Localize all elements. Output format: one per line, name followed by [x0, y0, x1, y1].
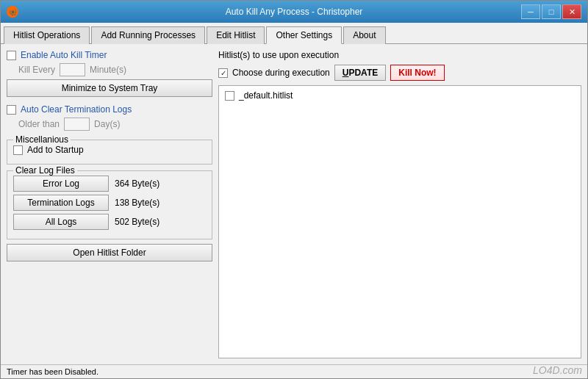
close-window-button[interactable]: ✕	[562, 4, 581, 19]
title-bar-controls: ─ □ ✕	[521, 4, 581, 19]
older-than-suffix: Day(s)	[94, 119, 120, 129]
minimize-btn-row: Minimize to System Tray	[7, 79, 212, 97]
update-button[interactable]: UPDATE	[334, 65, 386, 81]
all-logs-row: All Logs 502 Byte(s)	[13, 214, 206, 230]
window-title: Auto Kill Any Process - Christopher	[226, 7, 363, 17]
error-log-row: Error Log 364 Byte(s)	[13, 176, 206, 192]
enable-timer-checkbox[interactable]	[7, 51, 16, 60]
older-than-row: Older than Day(s)	[7, 118, 212, 131]
kill-every-suffix: Minute(s)	[90, 65, 126, 75]
choose-during-execution-checkbox[interactable]	[218, 68, 228, 78]
termination-logs-button[interactable]: Termination Logs	[13, 195, 109, 211]
termination-logs-size: 138 Byte(s)	[115, 198, 159, 208]
maximize-window-button[interactable]: □	[542, 4, 561, 19]
right-panel: Hitlist(s) to use upon execution Choose …	[218, 50, 581, 358]
hitlist-item: _default.hitlist	[222, 89, 578, 102]
enable-timer-row: Enable Auto Kill Timer	[7, 50, 212, 60]
hitlist-item-name: _default.hitlist	[239, 90, 293, 101]
add-startup-checkbox[interactable]	[13, 145, 23, 155]
status-bar: Timer has been Disabled.	[1, 364, 587, 378]
hitlist-title: Hitlist(s) to use upon execution	[218, 50, 581, 60]
main-content: Enable Auto Kill Timer Kill Every Minute…	[1, 44, 587, 364]
kill-icon: K	[398, 68, 405, 78]
open-hitlist-folder-button[interactable]: Open Hitlist Folder	[7, 244, 212, 261]
minimize-window-button[interactable]: ─	[521, 4, 540, 19]
kill-every-input[interactable]	[60, 63, 85, 76]
auto-clear-row: Auto Clear Termination Logs	[7, 104, 212, 115]
title-bar-left: 🦋	[7, 6, 18, 18]
status-text: Timer has been Disabled.	[7, 367, 98, 376]
error-log-button[interactable]: Error Log	[13, 176, 109, 192]
main-window: 🦋 Auto Kill Any Process - Christopher ─ …	[0, 0, 588, 379]
auto-clear-checkbox[interactable]	[7, 105, 16, 115]
auto-clear-label: Auto Clear Termination Logs	[21, 104, 132, 115]
all-logs-button[interactable]: All Logs	[13, 214, 109, 230]
misc-group-box: Miscellanious Add to Startup	[7, 140, 212, 165]
auto-kill-section: Enable Auto Kill Timer Kill Every Minute…	[7, 50, 212, 100]
termination-logs-row: Termination Logs 138 Byte(s)	[13, 195, 206, 211]
choose-during-execution-label: Choose during execution	[232, 68, 330, 78]
older-than-prefix: Older than	[18, 119, 60, 129]
tab-bar: Hitlist Operations Add Running Processes…	[1, 23, 587, 44]
older-than-input[interactable]	[64, 118, 90, 131]
clear-logs-group-box: Clear Log Files Error Log 364 Byte(s) Te…	[7, 170, 212, 239]
title-bar: 🦋 Auto Kill Any Process - Christopher ─ …	[1, 1, 587, 23]
title-bar-center: Auto Kill Any Process - Christopher	[0, 7, 588, 17]
left-panel: Enable Auto Kill Timer Kill Every Minute…	[7, 50, 212, 358]
add-startup-label: Add to Startup	[27, 145, 84, 155]
tab-other-settings[interactable]: Other Settings	[266, 26, 342, 44]
tab-add-running-processes[interactable]: Add Running Processes	[91, 26, 205, 44]
enable-timer-label: Enable Auto Kill Timer	[21, 50, 107, 60]
tab-edit-hitlist[interactable]: Edit Hitlist	[207, 26, 265, 44]
clear-logs-group-title: Clear Log Files	[13, 165, 77, 176]
tab-hitlist-operations[interactable]: Hitlist Operations	[4, 26, 90, 44]
open-hitlist-row: Open Hitlist Folder	[7, 244, 212, 261]
misc-group-title: Miscellanious	[13, 134, 71, 145]
minimize-to-tray-button[interactable]: Minimize to System Tray	[7, 79, 212, 97]
tab-about[interactable]: About	[343, 26, 385, 44]
all-logs-size: 502 Byte(s)	[115, 217, 159, 227]
right-top-controls: Choose during execution UPDATE Kill Now!	[218, 65, 581, 81]
error-log-size: 364 Byte(s)	[115, 178, 159, 189]
kill-label-rest: ill Now!	[405, 68, 437, 78]
kill-every-row: Kill Every Minute(s)	[7, 63, 212, 76]
kill-every-prefix: Kill Every	[18, 65, 55, 75]
hitlist-item-checkbox[interactable]	[225, 91, 234, 101]
add-startup-row: Add to Startup	[13, 145, 206, 155]
auto-clear-section: Auto Clear Termination Logs Older than D…	[7, 104, 212, 134]
hitlist-box: _default.hitlist	[218, 85, 581, 358]
kill-now-button[interactable]: Kill Now!	[390, 65, 444, 81]
app-icon: 🦋	[7, 6, 18, 18]
update-label-rest: PDATE	[348, 68, 378, 78]
watermark: LO4D.com	[533, 364, 582, 376]
